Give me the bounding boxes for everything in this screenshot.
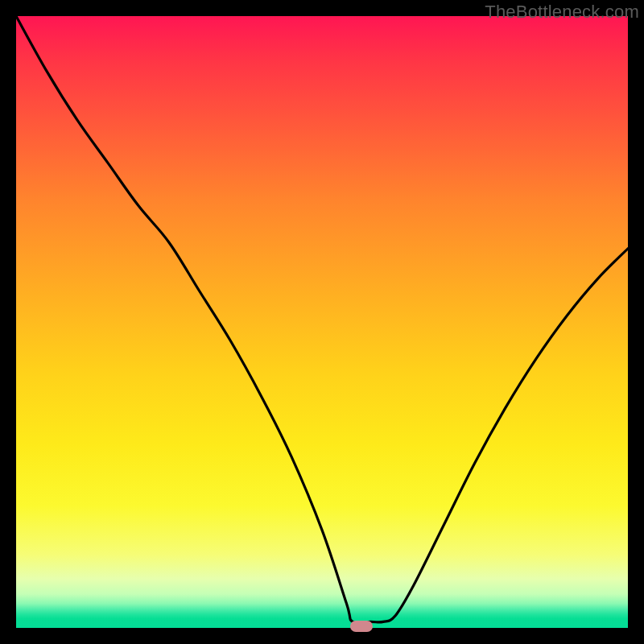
watermark-text: TheBottleneck.com [485, 2, 639, 23]
curve-svg [16, 16, 628, 628]
chart-container: TheBottleneck.com [0, 0, 644, 644]
bottleneck-curve [16, 16, 628, 623]
optimal-marker [350, 621, 373, 632]
plot-area [16, 16, 628, 628]
